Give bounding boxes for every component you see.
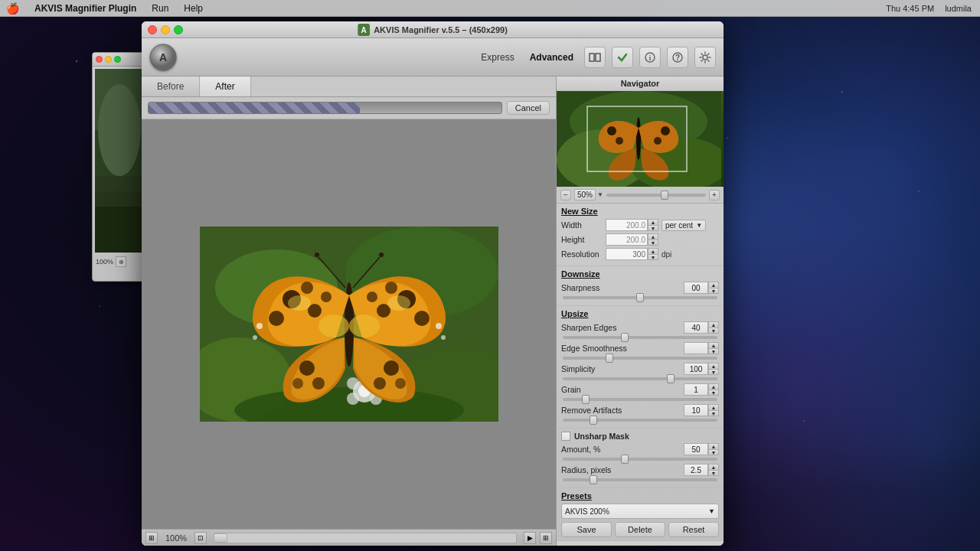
width-down[interactable]: ▼	[648, 225, 658, 231]
simplicity-spinner[interactable]: ▲ ▼	[708, 363, 719, 375]
help-button[interactable]: ?	[667, 47, 688, 68]
svg-point-61	[636, 117, 641, 160]
resolution-spinner[interactable]: ▲ ▼	[648, 248, 658, 260]
grain-spinner[interactable]: ▲ ▼	[708, 383, 719, 396]
height-input[interactable]	[606, 233, 648, 246]
save-preset-button[interactable]: Save	[561, 522, 612, 537]
small-preview-image	[95, 69, 145, 253]
sharpen-edges-down[interactable]: ▼	[708, 328, 719, 334]
zoom-percentage[interactable]: 50%	[574, 189, 596, 201]
sharpness-slider[interactable]	[563, 296, 717, 299]
edge-smoothness-label: Edge Smoothness	[561, 344, 684, 353]
cancel-button[interactable]: Cancel	[507, 101, 550, 115]
presets-label: Presets	[561, 491, 592, 500]
sharpen-edges-slider[interactable]	[563, 336, 717, 339]
radius-spinner[interactable]: ▲ ▼	[708, 464, 719, 476]
edge-smoothness-up[interactable]: ▲	[708, 342, 719, 348]
svg-point-54	[379, 253, 384, 257]
compare-button[interactable]	[584, 47, 606, 68]
svg-text:A: A	[361, 26, 367, 34]
svg-point-46	[349, 315, 380, 337]
menubar-username: ludmila	[942, 4, 974, 13]
width-up[interactable]: ▲	[648, 219, 658, 225]
navigator-preview[interactable]	[557, 91, 724, 187]
amount-up[interactable]: ▲	[708, 443, 719, 449]
simplicity-down[interactable]: ▼	[708, 369, 719, 375]
edge-smoothness-spinner[interactable]: ▲ ▼	[708, 342, 719, 354]
fit-button[interactable]: ⊡	[194, 532, 207, 544]
resolution-down[interactable]: ▼	[648, 254, 658, 260]
info-button[interactable]: i	[639, 47, 661, 68]
small-window-content	[93, 67, 149, 255]
reset-preset-button[interactable]: Reset	[668, 522, 719, 537]
amount-slider[interactable]	[563, 458, 717, 461]
settings-button[interactable]	[694, 47, 716, 68]
amount-down[interactable]: ▼	[708, 449, 719, 455]
window-close[interactable]	[148, 25, 157, 34]
content-area: Before After Cancel	[142, 77, 724, 546]
small-zoom-button[interactable]: ⊕	[116, 256, 126, 267]
remove-artifacts-up[interactable]: ▲	[708, 404, 719, 410]
sharpen-edges-spinner[interactable]: ▲ ▼	[708, 321, 719, 334]
radius-slider[interactable]	[563, 478, 717, 481]
unit-select[interactable]: per cent ▼	[662, 220, 706, 231]
upsize-section: Upsize Sharpen Edges 40 ▲ ▼	[557, 306, 724, 429]
radius-down[interactable]: ▼	[708, 470, 719, 476]
sharpness-up[interactable]: ▲	[708, 282, 719, 288]
advanced-button[interactable]: Advanced	[525, 50, 578, 65]
svg-text:A: A	[159, 51, 167, 64]
small-window-min[interactable]	[105, 56, 112, 63]
height-spinner[interactable]: ▲ ▼	[648, 233, 658, 246]
scroll-right-button[interactable]: ▶	[524, 532, 536, 544]
menubar-help[interactable]: Help	[178, 2, 209, 15]
zoom-slider[interactable]	[606, 194, 706, 197]
resolution-up[interactable]: ▲	[648, 248, 658, 254]
width-input[interactable]	[606, 219, 648, 231]
nav-button[interactable]: ⊞	[540, 532, 552, 544]
delete-preset-button[interactable]: Delete	[615, 522, 665, 537]
svg-point-40	[312, 377, 325, 390]
resolution-input[interactable]	[606, 248, 648, 260]
menubar-run[interactable]: Run	[145, 2, 175, 15]
image-canvas[interactable]	[142, 119, 556, 529]
presets-dropdown[interactable]: AKVIS 200% ▼	[561, 504, 719, 519]
width-spinner[interactable]: ▲ ▼	[648, 219, 658, 231]
remove-artifacts-slider[interactable]	[563, 419, 717, 422]
zoom-plus-button[interactable]: +	[709, 190, 720, 201]
amount-spinner[interactable]: ▲ ▼	[708, 443, 719, 455]
window-maximize[interactable]	[174, 25, 183, 34]
svg-point-2	[98, 84, 141, 176]
express-button[interactable]: Express	[476, 50, 518, 65]
menubar-app-name[interactable]: AKVIS Magnifier Plugin	[28, 2, 142, 15]
edge-smoothness-down[interactable]: ▼	[708, 348, 719, 354]
sharpen-edges-up[interactable]: ▲	[708, 321, 719, 328]
simplicity-slider[interactable]	[563, 377, 717, 380]
tab-before[interactable]: Before	[142, 77, 200, 96]
sharpness-down[interactable]: ▼	[708, 288, 719, 294]
run-title: Run	[561, 544, 719, 546]
accept-button[interactable]	[612, 47, 633, 68]
main-panel: Before After Cancel	[142, 77, 557, 546]
radius-up[interactable]: ▲	[708, 464, 719, 470]
apple-menu[interactable]: 🍎	[6, 2, 19, 15]
unsharp-mask-checkbox[interactable]	[561, 432, 570, 441]
status-tools-button[interactable]: ⊞	[145, 532, 158, 544]
window-minimize[interactable]	[161, 25, 170, 34]
grain-slider[interactable]	[563, 398, 717, 401]
small-window-max[interactable]	[114, 56, 121, 63]
height-up[interactable]: ▲	[648, 233, 658, 240]
remove-artifacts-down[interactable]: ▼	[708, 410, 719, 416]
sharpness-value: 00	[684, 282, 708, 294]
grain-up[interactable]: ▲	[708, 383, 719, 390]
sharpness-spinner[interactable]: ▲ ▼	[708, 282, 719, 294]
tab-after[interactable]: After	[200, 77, 250, 96]
remove-artifacts-spinner[interactable]: ▲ ▼	[708, 404, 719, 416]
grain-down[interactable]: ▼	[708, 390, 719, 396]
zoom-minus-button[interactable]: −	[560, 190, 571, 201]
small-window-close[interactable]	[96, 56, 103, 63]
edge-smoothness-slider[interactable]	[563, 357, 717, 360]
width-row: Width ▲ ▼ per cent ▼	[561, 219, 719, 231]
svg-point-64	[661, 126, 670, 135]
height-down[interactable]: ▼	[648, 240, 658, 246]
simplicity-up[interactable]: ▲	[708, 363, 719, 369]
